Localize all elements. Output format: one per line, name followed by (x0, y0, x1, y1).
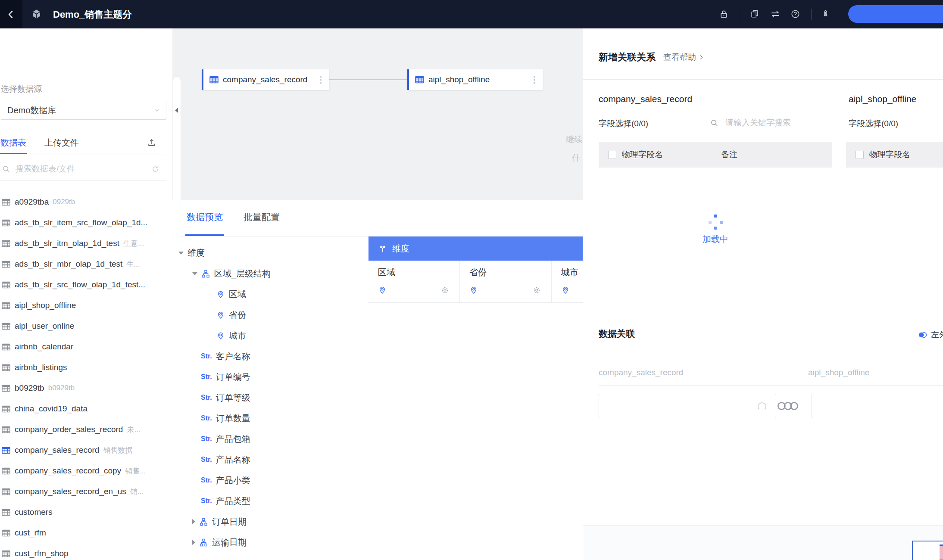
tree-item[interactable]: Str. 运输日期 (172, 532, 368, 553)
hierarchy-icon (199, 517, 208, 526)
table-list-item[interactable]: company_sales_record_copy 销售... (0, 460, 168, 481)
caret-icon[interactable] (192, 272, 197, 275)
table-icon (2, 488, 10, 495)
tree-item[interactable]: Str. 产品小类 (172, 470, 368, 491)
datasource-select[interactable]: Demo数据库 (1, 101, 166, 120)
tree-item[interactable]: Str. 省份 (172, 305, 368, 325)
table-list-item[interactable]: cust_rfm (0, 523, 168, 543)
upload-icon[interactable] (147, 138, 156, 147)
caret-icon[interactable] (178, 252, 184, 255)
string-type-icon: Str. (201, 352, 212, 360)
tree-item[interactable]: Str. 城市 (172, 325, 368, 346)
tree-item[interactable]: Str. 订单编号 (172, 367, 368, 387)
right-field-select-label: 字段选择(0/0) (849, 118, 898, 129)
model-canvas[interactable]: company_sales_record aipl_shop_offline 继… (172, 28, 583, 200)
table-search (0, 160, 166, 177)
table-list-item[interactable]: aipl_shop_offline (0, 295, 168, 316)
table-list-item[interactable]: aipl_user_online (0, 316, 168, 336)
chevron-down-icon (153, 106, 161, 114)
sidebar-tab[interactable]: 上传文件 (44, 136, 79, 154)
caret-icon[interactable] (192, 519, 195, 524)
hierarchy-icon (199, 538, 208, 547)
kebab-menu-icon[interactable] (320, 79, 322, 81)
geo-pin-icon (216, 290, 225, 299)
quickbi-dataset-editor: Demo_销售主题分 选择数据源 Demo数据库 (0, 0, 943, 560)
sidebar-tab[interactable]: 数据表 (0, 136, 27, 154)
geo-pin-icon (378, 286, 387, 294)
canvas-table-node[interactable]: company_sales_record (202, 69, 329, 90)
back-button[interactable] (0, 0, 22, 28)
tree-item[interactable]: Str. 订单数量 (172, 408, 368, 429)
data-preview-table: 维度 区域 (368, 236, 583, 560)
table-list-item[interactable]: b0929tb b0929tb (0, 378, 168, 398)
table-list-item[interactable]: cust_rfm_shop (0, 543, 168, 560)
panel-footer (583, 526, 943, 560)
tree-item[interactable]: Str. 区域 (172, 284, 368, 305)
primary-action-button[interactable] (848, 5, 943, 23)
table-name: ads_tb_slr_mbr_olap_1d_test (15, 259, 122, 269)
table-icon (2, 529, 10, 537)
navbar-divider (811, 9, 812, 20)
table-icon (2, 405, 10, 413)
canvas-hint-text: 继续 (566, 134, 582, 145)
table-name: ads_tb_slr_src_flow_olap_1d_test... (15, 280, 145, 289)
kebab-menu-icon[interactable] (534, 79, 535, 81)
table-list-item[interactable]: ads_tb_slr_item_src_flow_olap_1d... (0, 212, 168, 233)
table-list-item[interactable]: ads_tb_slr_itm_olap_1d_test 生意... (0, 233, 168, 254)
join-type-toggle[interactable]: 左外连接 (918, 329, 943, 340)
table-list-item[interactable]: a0929tba 0929tb (0, 192, 168, 212)
tree-item-label: 产品名称 (216, 454, 250, 466)
tree-item[interactable]: Str. 维度 (172, 243, 368, 263)
venn-join-icon (918, 331, 928, 339)
refresh-icon[interactable] (151, 165, 159, 173)
swap-icon[interactable] (770, 9, 781, 19)
table-list-item[interactable]: company_sales_record_en_us 销... (0, 481, 168, 502)
rocket-icon[interactable] (821, 9, 831, 19)
canvas-table-node[interactable]: aipl_shop_offline (407, 69, 543, 90)
select-all-checkbox[interactable] (608, 151, 616, 159)
page-title: Demo_销售主题分 (53, 8, 132, 21)
table-list-item[interactable]: company_order_sales_record 未... (0, 419, 168, 440)
sidebar-collapse-handle[interactable] (173, 77, 181, 241)
tree-item[interactable]: Str. 订单日期 (172, 511, 368, 532)
help-link[interactable]: 查看帮助 (663, 52, 705, 63)
table-name: aipl_shop_offline (15, 301, 76, 310)
preview-tab[interactable]: 数据预览 (185, 200, 224, 236)
corner-dialog-box[interactable] (912, 541, 943, 560)
copy-icon[interactable] (750, 9, 759, 19)
join-type-label: 左外连接 (931, 329, 943, 340)
tree-item-label: 订单数量 (216, 413, 250, 424)
string-type-icon: Str. (201, 414, 212, 422)
tree-item[interactable]: Str. 产品类型 (172, 491, 368, 511)
table-name: cust_rfm (15, 528, 46, 538)
join-left-field-select[interactable] (599, 394, 776, 418)
preview-tab[interactable]: 批量配置 (242, 200, 281, 236)
gear-icon[interactable] (441, 286, 449, 294)
string-type-icon: Str. (201, 394, 212, 401)
gear-icon[interactable] (533, 286, 541, 294)
string-type-icon: Str. (201, 456, 212, 464)
join-right-field-select[interactable] (812, 394, 943, 418)
table-list-item[interactable]: ads_tb_slr_mbr_olap_1d_test 生... (0, 254, 168, 274)
tree-item[interactable]: Str. 区域_层级结构 (172, 263, 368, 284)
caret-icon[interactable] (192, 540, 195, 545)
tree-item[interactable]: Str. 产品名称 (172, 449, 368, 470)
help-icon[interactable] (790, 9, 800, 19)
tree-item[interactable]: Str. 订单等级 (172, 387, 368, 408)
select-all-checkbox[interactable] (856, 151, 864, 159)
lock-icon[interactable] (719, 9, 729, 19)
tree-item[interactable]: Str. 产品包箱 (172, 429, 368, 449)
navbar-divider (739, 9, 739, 20)
left-field-table-header: 物理字段名 备注 (599, 142, 832, 168)
search-input[interactable] (15, 164, 151, 174)
table-list-item[interactable]: airbnb_listings (0, 357, 168, 378)
field-search-input[interactable] (724, 118, 833, 128)
table-list-item[interactable]: company_sales_record 销售数据 (0, 440, 168, 460)
table-list-item[interactable]: china_covid19_data (0, 398, 168, 419)
table-list-item[interactable]: ads_tb_slr_src_flow_olap_1d_test... (0, 274, 168, 295)
tree-item[interactable]: Str. 客户名称 (172, 346, 368, 367)
dimension-group-label: 维度 (392, 243, 409, 255)
tree-item-label: 城市 (229, 330, 246, 342)
table-list-item[interactable]: airbnb_calendar (0, 336, 168, 357)
table-list-item[interactable]: customers (0, 502, 168, 523)
